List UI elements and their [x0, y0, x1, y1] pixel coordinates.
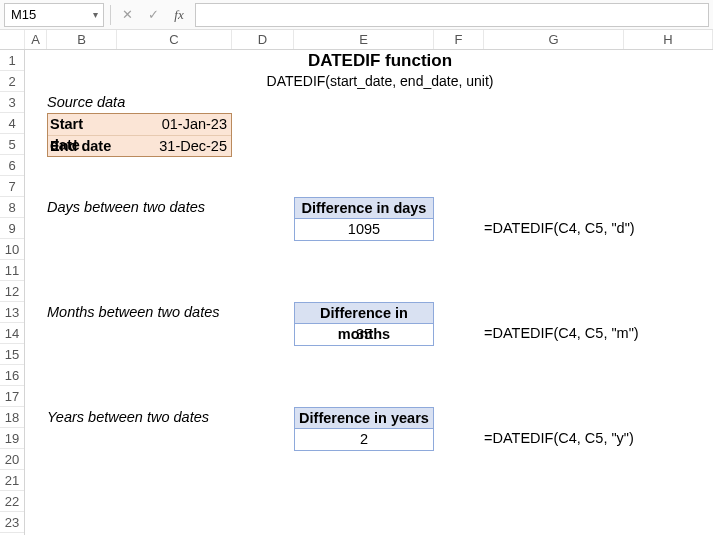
name-box-input[interactable]	[5, 7, 87, 22]
end-date-label: End date	[48, 136, 116, 156]
row-header-12[interactable]: 12	[0, 281, 24, 302]
row-header-20[interactable]: 20	[0, 449, 24, 470]
row-header-2[interactable]: 2	[0, 71, 24, 92]
cancel-icon[interactable]: ✕	[117, 4, 137, 26]
row-header-8[interactable]: 8	[0, 197, 24, 218]
row-header-7[interactable]: 7	[0, 176, 24, 197]
insert-function-button[interactable]: fx	[169, 4, 189, 26]
col-header-D[interactable]: D	[232, 30, 294, 49]
col-header-H[interactable]: H	[624, 30, 713, 49]
row-header-4[interactable]: 4	[0, 113, 24, 134]
name-box[interactable]: ▾	[4, 3, 104, 27]
enter-icon[interactable]: ✓	[143, 4, 163, 26]
row-header-19[interactable]: 19	[0, 428, 24, 449]
days-box-value[interactable]: 1095	[295, 219, 433, 240]
months-box-value[interactable]: 35	[295, 324, 433, 345]
start-date-label: Start date	[48, 114, 116, 135]
source-data-label: Source data	[47, 92, 125, 113]
row-header-14[interactable]: 14	[0, 323, 24, 344]
col-header-B[interactable]: B	[47, 30, 117, 49]
col-header-G[interactable]: G	[484, 30, 624, 49]
row-header-22[interactable]: 22	[0, 491, 24, 512]
row-header-10[interactable]: 10	[0, 239, 24, 260]
row-header-11[interactable]: 11	[0, 260, 24, 281]
row-header-15[interactable]: 15	[0, 344, 24, 365]
row-header-3[interactable]: 3	[0, 92, 24, 113]
row-header-17[interactable]: 17	[0, 386, 24, 407]
formula-bar: ▾ ✕ ✓ fx	[0, 0, 713, 30]
start-date-value[interactable]: 01-Jan-23	[116, 114, 231, 135]
select-all-corner[interactable]	[0, 30, 25, 49]
row-header-21[interactable]: 21	[0, 470, 24, 491]
col-header-E[interactable]: E	[294, 30, 434, 49]
months-result-box: Difference in months 35	[294, 302, 434, 346]
days-formula-text: =DATEDIF(C4, C5, "d")	[484, 218, 635, 239]
col-header-C[interactable]: C	[117, 30, 232, 49]
years-formula-text: =DATEDIF(C4, C5, "y")	[484, 428, 634, 449]
row-header-5[interactable]: 5	[0, 134, 24, 155]
row-header-18[interactable]: 18	[0, 407, 24, 428]
formula-input[interactable]	[195, 3, 709, 27]
row-header-16[interactable]: 16	[0, 365, 24, 386]
years-box-header: Difference in years	[295, 408, 433, 429]
separator	[110, 5, 111, 25]
row-header-6[interactable]: 6	[0, 155, 24, 176]
years-result-box: Difference in years 2	[294, 407, 434, 451]
page-title: DATEDIF function	[47, 50, 713, 71]
years-section-label: Years between two dates	[47, 407, 209, 428]
source-data-box: Start date 01-Jan-23 End date 31-Dec-25	[47, 113, 232, 157]
row-header-9[interactable]: 9	[0, 218, 24, 239]
spreadsheet-grid[interactable]: DATEDIF function DATEDIF(start_date, end…	[25, 50, 713, 535]
col-header-A[interactable]: A	[25, 30, 47, 49]
row-header-1[interactable]: 1	[0, 50, 24, 71]
name-box-dropdown-icon[interactable]: ▾	[87, 9, 103, 20]
days-section-label: Days between two dates	[47, 197, 205, 218]
end-date-value[interactable]: 31-Dec-25	[116, 136, 231, 156]
months-section-label: Months between two dates	[47, 302, 220, 323]
row-header-23[interactable]: 23	[0, 512, 24, 533]
col-header-F[interactable]: F	[434, 30, 484, 49]
months-box-header: Difference in months	[295, 303, 433, 324]
page-subtitle: DATEDIF(start_date, end_date, unit)	[47, 71, 713, 92]
years-box-value[interactable]: 2	[295, 429, 433, 450]
days-box-header: Difference in days	[295, 198, 433, 219]
days-result-box: Difference in days 1095	[294, 197, 434, 241]
row-header-13[interactable]: 13	[0, 302, 24, 323]
row-headers: 1 2 3 4 5 6 7 8 9 10 11 12 13 14 15 16 1…	[0, 50, 25, 535]
column-headers: A B C D E F G H	[0, 30, 713, 50]
months-formula-text: =DATEDIF(C4, C5, "m")	[484, 323, 639, 344]
